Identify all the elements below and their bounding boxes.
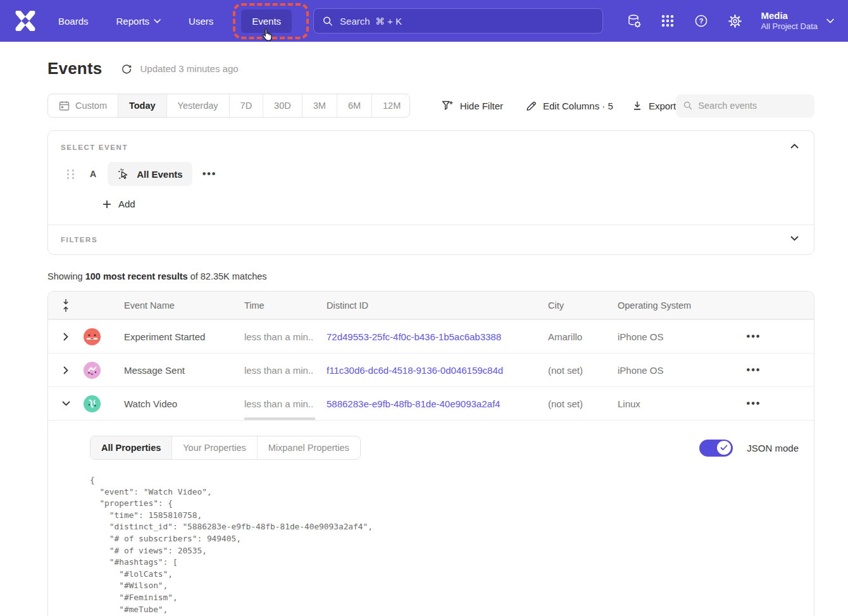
event-city: (not set): [535, 365, 605, 376]
export-label: Export: [649, 101, 676, 111]
event-chip-label: All Events: [137, 169, 183, 180]
date-range-custom[interactable]: Custom: [48, 94, 118, 117]
date-range-12m[interactable]: 12M: [371, 94, 410, 117]
search-events-box[interactable]: [676, 94, 814, 118]
event-json-view: { "event": "Watch Video", "properties": …: [90, 474, 799, 616]
date-range-custom-label: Custom: [75, 101, 107, 111]
mixpanel-logo-icon[interactable]: [14, 11, 37, 31]
expand-filters-button[interactable]: [788, 233, 801, 243]
help-icon[interactable]: ?: [693, 13, 709, 29]
query-builder-card: SELECT EVENT A All Events ••: [47, 130, 814, 255]
calendar-icon: [59, 101, 70, 111]
tab-all-properties[interactable]: All Properties: [90, 436, 171, 459]
drag-handle[interactable]: [67, 169, 76, 179]
search-icon: [683, 101, 692, 111]
chevron-up-icon: [790, 144, 799, 149]
select-event-label: SELECT EVENT: [61, 144, 801, 151]
collapse-arrows-icon: [62, 299, 70, 312]
column-header-distinct-id[interactable]: Distinct ID: [314, 300, 535, 311]
collapse-all-rows-button[interactable]: [62, 299, 70, 312]
event-time: less than a min...: [232, 365, 314, 376]
event-city: (not set): [535, 398, 605, 409]
row-actions-button[interactable]: •••: [747, 367, 761, 373]
expand-row-button[interactable]: [59, 329, 72, 345]
event-name: Watch Video: [111, 398, 232, 409]
pencil-icon: [526, 101, 537, 111]
last-updated-text: Updated 3 minutes ago: [140, 63, 238, 74]
global-search-input[interactable]: [340, 16, 594, 27]
filter-funnel-icon: [442, 101, 454, 111]
results-prefix: Showing: [47, 271, 85, 281]
data-management-icon[interactable]: [626, 13, 642, 29]
collapse-select-event-button[interactable]: [788, 141, 801, 151]
toggle-knob: [717, 441, 731, 455]
json-mode-toggle[interactable]: [699, 440, 733, 457]
event-time: less than a min...: [232, 398, 314, 409]
event-row-letter: A: [90, 169, 96, 179]
check-icon: [720, 445, 728, 451]
table-row[interactable]: Message Sent less than a min... f11c30d6…: [48, 353, 814, 386]
date-range-7d[interactable]: 7D: [229, 94, 263, 117]
properties-tabs: All Properties Your Properties Mixpanel …: [90, 436, 361, 460]
date-range-yesterday[interactable]: Yesterday: [166, 94, 229, 117]
event-detail-panel: All Properties Your Properties Mixpanel …: [48, 420, 814, 616]
results-suffix: of 82.35K matches: [188, 271, 267, 281]
event-avatar: [84, 362, 101, 379]
settings-gear-icon[interactable]: [726, 13, 743, 29]
event-selector-chip[interactable]: All Events: [108, 162, 192, 186]
row-actions-button[interactable]: •••: [747, 333, 761, 340]
chevron-right-icon: [63, 333, 68, 341]
distinct-id-link[interactable]: f11c30d6-dc6d-4518-9136-0d046159c84d: [314, 365, 535, 376]
date-range-6m[interactable]: 6M: [337, 94, 371, 117]
svg-text:?: ?: [699, 17, 704, 25]
expand-row-button[interactable]: [59, 362, 72, 378]
collapse-row-button[interactable]: [58, 397, 74, 410]
date-range-control: Custom Today Yesterday 7D 30D 3M 6M 12M: [47, 94, 410, 118]
column-header-os[interactable]: Operating System: [605, 300, 694, 311]
distinct-id-link[interactable]: 72d49553-25fc-4f0c-b436-1b5ac6ab3388: [314, 331, 535, 342]
row-actions-button[interactable]: •••: [747, 400, 761, 407]
search-events-input[interactable]: [698, 101, 807, 111]
add-button-label: Add: [118, 199, 135, 209]
date-range-30d[interactable]: 30D: [263, 94, 302, 117]
results-summary: Showing 100 most recent results of 82.35…: [47, 271, 814, 281]
column-header-event-name[interactable]: Event Name: [111, 300, 232, 311]
hide-filter-button[interactable]: Hide Filter: [442, 101, 503, 111]
add-event-button[interactable]: Add: [103, 199, 801, 209]
project-switcher[interactable]: Media All Project Data: [761, 10, 818, 32]
nav-item-users[interactable]: Users: [189, 16, 213, 27]
nav-item-reports[interactable]: Reports: [116, 16, 161, 27]
json-mode-label: JSON mode: [747, 443, 799, 453]
event-row-menu-button[interactable]: •••: [203, 171, 217, 177]
apps-grid-icon[interactable]: [659, 13, 676, 29]
date-range-today[interactable]: Today: [118, 94, 166, 117]
table-row-expanded[interactable]: Watch Video less than a min... 5886283e-…: [48, 386, 814, 420]
export-button[interactable]: Export: [632, 101, 676, 111]
event-os: iPhone OS: [605, 365, 694, 376]
tab-your-properties[interactable]: Your Properties: [171, 436, 256, 459]
event-name: Message Sent: [111, 365, 232, 376]
event-time: less than a min...: [232, 331, 314, 342]
edit-columns-button[interactable]: Edit Columns · 5: [526, 101, 613, 111]
date-range-3m[interactable]: 3M: [302, 94, 337, 117]
download-icon: [632, 101, 642, 111]
refresh-button[interactable]: [121, 63, 132, 75]
distinct-id-link[interactable]: 5886283e-e9fb-48fb-81de-40e9093a2af4: [314, 398, 535, 409]
column-header-city[interactable]: City: [535, 300, 605, 311]
chevron-down-icon: [154, 19, 161, 23]
tab-mixpanel-properties[interactable]: Mixpanel Properties: [257, 436, 360, 459]
top-nav: Boards Reports Users Events: [0, 0, 848, 42]
column-header-time[interactable]: Time: [232, 300, 314, 311]
project-name: Media: [761, 10, 818, 22]
event-name: Experiment Started: [111, 331, 232, 342]
chevron-down-icon[interactable]: [826, 18, 834, 23]
table-row[interactable]: Experiment Started less than a min... 72…: [48, 319, 814, 353]
chevron-down-icon: [790, 236, 799, 241]
project-scope: All Project Data: [761, 22, 818, 32]
nav-item-boards[interactable]: Boards: [58, 16, 89, 27]
event-avatar: [84, 328, 101, 345]
hand-cursor-icon: [261, 28, 273, 42]
hide-filter-label: Hide Filter: [460, 101, 503, 111]
edit-columns-label: Edit Columns · 5: [543, 101, 613, 111]
global-search[interactable]: [313, 8, 603, 34]
